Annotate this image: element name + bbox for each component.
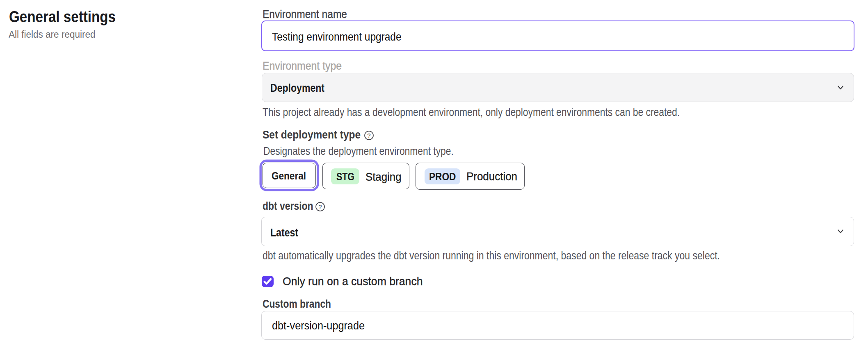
svg-text:?: ?	[318, 203, 322, 210]
svg-text:?: ?	[368, 132, 371, 139]
